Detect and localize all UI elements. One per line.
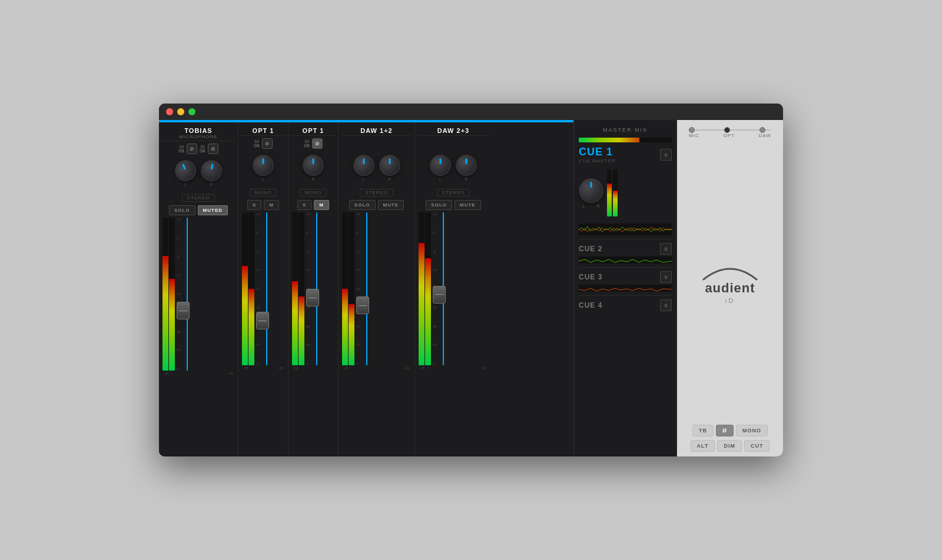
tobias-fader-handle[interactable] bbox=[177, 302, 190, 319]
master-vumeter-fill bbox=[579, 138, 639, 142]
alt-button[interactable]: ALT bbox=[691, 440, 715, 452]
opt1b-mute-btn[interactable]: M bbox=[314, 200, 329, 210]
cue2-s-button[interactable]: S bbox=[660, 243, 672, 255]
tb-button[interactable]: TB bbox=[692, 425, 714, 436]
daw23-mute-btn[interactable]: MUTE bbox=[455, 200, 481, 210]
channel-daw12: DAW 1+2 L R STEREO bbox=[339, 122, 415, 456]
cut-button[interactable]: CUT bbox=[744, 440, 770, 452]
cue3-label: CUE 3 bbox=[579, 273, 602, 281]
daw23-fader-handle[interactable] bbox=[433, 286, 446, 304]
cue1-meter-r bbox=[613, 169, 618, 216]
tobias-knob-r[interactable] bbox=[199, 158, 224, 183]
opt1b-db: 10DB bbox=[304, 139, 310, 148]
monitor-dot-daw[interactable] bbox=[759, 127, 765, 133]
monitor-label-daw: DAW bbox=[759, 133, 771, 138]
cue4-label: CUE 4 bbox=[579, 301, 602, 309]
daw23-knob-l[interactable] bbox=[430, 155, 451, 176]
opt1a-phase[interactable]: ⊘ bbox=[262, 138, 273, 149]
tobias-scale-bottom-l: -45 bbox=[164, 372, 169, 375]
daw12-fader-track bbox=[366, 212, 367, 365]
tobias-db2: 10DB bbox=[200, 145, 205, 153]
opt1a-scale: +6 0 -5 10 15 20 40 50 ∞ bbox=[256, 212, 261, 365]
audient-logo-area: audient iD bbox=[698, 141, 762, 420]
tobias-solo-btn[interactable]: SOLO bbox=[169, 205, 195, 215]
opt1a-fader[interactable] bbox=[262, 212, 271, 365]
title-bar bbox=[159, 104, 783, 120]
daw12-fader[interactable] bbox=[362, 212, 372, 365]
daw23-solo-btn[interactable]: SOLO bbox=[426, 200, 452, 210]
opt1a-mute-btn[interactable]: M bbox=[264, 200, 279, 210]
tobias-meter-r bbox=[169, 218, 175, 371]
opt1b-knob[interactable] bbox=[303, 155, 324, 176]
tobias-meter-pair bbox=[162, 218, 175, 371]
tobias-meter-l-fill bbox=[162, 256, 168, 371]
opt1b-fader[interactable] bbox=[312, 212, 321, 365]
daw12-mode-label: STEREO bbox=[360, 189, 393, 196]
tobias-meter-r-fill bbox=[169, 279, 175, 371]
tobias-phase1[interactable]: ⊘ bbox=[187, 144, 197, 154]
cue4-s-button[interactable]: S bbox=[660, 299, 672, 311]
daw12-fader-handle[interactable] bbox=[356, 296, 369, 314]
master-waveform-svg bbox=[579, 224, 672, 235]
channel-opt1b: OPT 1 10DB ⊘ R MONO bbox=[288, 122, 339, 456]
tobias-fader-section: +6 0 -5 10 15 20 40 50 ∞ bbox=[161, 218, 236, 371]
mono-button[interactable]: MONO bbox=[736, 425, 768, 436]
cue1-knob[interactable] bbox=[579, 178, 603, 203]
opt1b-solo-btn[interactable]: S bbox=[297, 200, 311, 210]
cue1-s-button[interactable]: S bbox=[660, 149, 672, 161]
cue3-s-button[interactable]: S bbox=[660, 271, 672, 283]
opt1a-meter-l bbox=[242, 212, 248, 365]
minimize-button[interactable] bbox=[177, 108, 184, 115]
opt1a-solo-btn[interactable]: S bbox=[247, 200, 261, 210]
dim-button[interactable]: DIM bbox=[717, 440, 742, 452]
daw23-fader[interactable] bbox=[439, 212, 448, 365]
monitor-dot-opt[interactable] bbox=[724, 127, 730, 133]
monitor-labels: MIC OPT DAW bbox=[689, 133, 771, 138]
opt1b-solo-mute: S M bbox=[291, 198, 336, 212]
close-button[interactable] bbox=[166, 108, 173, 115]
monitor-dot-mic[interactable] bbox=[689, 127, 695, 133]
cue1-meter-container bbox=[607, 169, 618, 216]
phase-button[interactable]: Ø bbox=[716, 425, 734, 436]
opt1b-fader-handle[interactable] bbox=[306, 289, 319, 306]
opt1b-scale-bottom-l: -56 bbox=[293, 366, 298, 370]
tobias-phase2[interactable]: ⊘ bbox=[208, 144, 218, 154]
audient-arc-svg bbox=[698, 257, 762, 281]
cue1-label: CUE 1 bbox=[579, 146, 615, 158]
daw23-mode-label: STEREO bbox=[437, 189, 470, 196]
opt1a-fader-handle[interactable] bbox=[256, 312, 269, 329]
daw23-meter-l bbox=[419, 212, 424, 365]
tobias-knob-l[interactable] bbox=[172, 157, 199, 184]
monitor-select: MIC OPT DAW bbox=[677, 120, 783, 141]
cue3-header: CUE 3 S bbox=[579, 271, 672, 283]
tobias-knob-row: L R bbox=[161, 156, 236, 190]
channel-tobias-sub: MICROPHONE bbox=[164, 134, 233, 139]
opt1b-phase[interactable]: ⊘ bbox=[312, 138, 323, 149]
tobias-fader[interactable] bbox=[183, 218, 192, 371]
master-panel: MASTER MIX CUE 1 CUE MASTER S bbox=[574, 120, 677, 456]
cue1-sub: CUE MASTER bbox=[579, 158, 615, 164]
daw23-knob-l-wrap: L bbox=[430, 155, 451, 181]
ctrl-row-1: TB Ø MONO bbox=[682, 425, 778, 436]
master-title: MASTER MIX bbox=[579, 125, 672, 138]
daw12-knob-r[interactable] bbox=[379, 155, 400, 176]
tobias-knob-l-label: L bbox=[184, 182, 187, 186]
daw23-scale-bottom-l: -45 bbox=[420, 366, 425, 370]
channel-daw12-name: DAW 1+2 bbox=[343, 127, 410, 134]
opt1b-knob-row: R bbox=[291, 151, 336, 185]
daw12-scale-bottom-r: -88 bbox=[404, 366, 410, 370]
tobias-mute-btn[interactable]: MUTED bbox=[198, 205, 228, 215]
daw23-solo-mute: SOLO MUTE bbox=[417, 198, 489, 212]
opt1b-meter-r bbox=[298, 212, 304, 365]
cue2-waveform bbox=[579, 256, 672, 264]
monitor-track bbox=[689, 129, 771, 131]
opt1a-meter bbox=[242, 212, 254, 365]
daw12-solo-btn[interactable]: SOLO bbox=[349, 200, 376, 210]
daw12-knob-l[interactable] bbox=[353, 155, 374, 176]
daw12-mute-btn[interactable]: MUTE bbox=[378, 200, 404, 210]
daw23-knob-r[interactable] bbox=[456, 155, 477, 176]
channel-daw23-name: DAW 2+3 bbox=[420, 127, 487, 134]
maximize-button[interactable] bbox=[188, 108, 195, 115]
opt1a-knob[interactable] bbox=[253, 155, 274, 176]
cue2-section: CUE 2 S bbox=[579, 239, 672, 265]
